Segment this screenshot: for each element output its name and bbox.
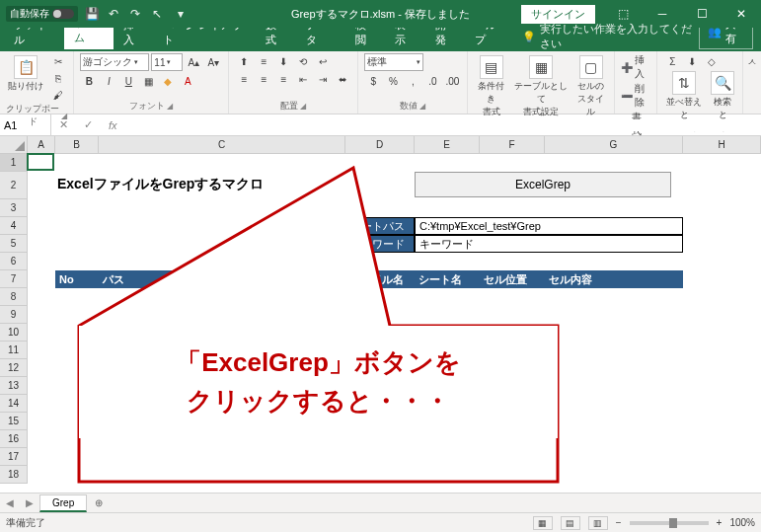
autosave-label: 自動保存 <box>10 7 49 21</box>
merge-icon[interactable]: ⬌ <box>334 71 351 87</box>
close-icon[interactable]: ✕ <box>722 0 761 28</box>
insert-cells-button[interactable]: ➕挿入 <box>621 53 650 81</box>
page-break-icon[interactable]: ▥ <box>588 516 608 530</box>
row-header[interactable]: 12 <box>0 359 28 377</box>
cancel-icon[interactable]: ✕ <box>51 118 76 131</box>
excelgrep-button[interactable]: ExcelGrep <box>415 172 671 197</box>
row-header[interactable]: 18 <box>0 466 28 484</box>
fill-icon[interactable]: ⬇ <box>683 53 701 69</box>
autosum-icon[interactable]: Σ <box>663 53 681 69</box>
row-header[interactable]: 3 <box>0 199 28 217</box>
percent-icon[interactable]: % <box>384 73 402 89</box>
fill-color-icon[interactable]: ◆ <box>159 73 177 89</box>
align-center-icon[interactable]: ≡ <box>255 71 272 87</box>
row-header[interactable]: 15 <box>0 413 28 430</box>
row-header[interactable]: 9 <box>0 306 28 324</box>
inc-decimal-icon[interactable]: .0 <box>423 73 441 89</box>
row-header[interactable]: 1 <box>0 154 28 172</box>
normal-view-icon[interactable]: ▦ <box>533 516 553 530</box>
autosave-toggle[interactable]: 自動保存 <box>6 6 78 22</box>
param-value-rootpath[interactable]: C:¥tmp¥Excel_test¥Grep <box>415 217 683 235</box>
row-header[interactable]: 7 <box>0 270 28 288</box>
font-size-select[interactable]: 11▾ <box>151 53 183 71</box>
save-icon[interactable]: 💾 <box>84 6 100 22</box>
sheet-nav-prev-icon[interactable]: ◀ <box>0 497 20 508</box>
orientation-icon[interactable]: ⟲ <box>294 53 312 69</box>
cursor-icon[interactable]: ↖ <box>149 6 165 22</box>
font-color-icon[interactable]: A <box>179 73 196 89</box>
bold-icon[interactable]: B <box>80 73 98 89</box>
sheet-tab-grep[interactable]: Grep <box>39 494 87 512</box>
cell-styles-button[interactable]: ▢セルの スタイル <box>573 53 608 120</box>
row-header[interactable]: 14 <box>0 395 28 413</box>
zoom-out-icon[interactable]: − <box>616 517 622 528</box>
comma-icon[interactable]: , <box>404 73 421 89</box>
dialog-launcher-icon[interactable]: ◢ <box>167 102 173 111</box>
align-top-icon[interactable]: ⬆ <box>235 53 253 69</box>
clear-icon[interactable]: ◇ <box>703 53 721 69</box>
row-header[interactable]: 5 <box>0 235 28 253</box>
cut-icon[interactable]: ✂ <box>49 53 67 69</box>
col-header[interactable]: F <box>480 136 545 154</box>
enter-icon[interactable]: ✓ <box>76 118 101 131</box>
tell-me[interactable]: 💡 実行したい作業を入力してください <box>522 22 699 51</box>
row-header[interactable]: 13 <box>0 377 28 395</box>
row-header[interactable]: 16 <box>0 430 28 448</box>
copy-icon[interactable]: ⎘ <box>49 70 67 86</box>
page-layout-icon[interactable]: ▤ <box>561 516 580 530</box>
shrink-font-icon[interactable]: A▾ <box>204 54 222 70</box>
delete-cells-button[interactable]: ➖削除 <box>621 82 650 110</box>
name-box[interactable]: A1 <box>0 114 51 135</box>
col-header[interactable]: H <box>683 136 761 154</box>
fx-icon[interactable]: fx <box>101 119 125 131</box>
col-header[interactable]: C <box>99 136 345 154</box>
align-bottom-icon[interactable]: ⬇ <box>274 53 292 69</box>
col-header[interactable]: D <box>345 136 415 154</box>
qat-dropdown-icon[interactable]: ▾ <box>173 6 189 22</box>
align-right-icon[interactable]: ≡ <box>274 71 292 87</box>
align-middle-icon[interactable]: ≡ <box>255 53 272 69</box>
currency-icon[interactable]: $ <box>364 73 382 89</box>
indent-inc-icon[interactable]: ⇥ <box>314 71 332 87</box>
row-header[interactable]: 8 <box>0 288 28 306</box>
row-header[interactable]: 10 <box>0 324 28 342</box>
format-painter-icon[interactable]: 🖌 <box>49 87 67 103</box>
zoom-value[interactable]: 100% <box>729 517 755 528</box>
border-icon[interactable]: ▦ <box>139 73 157 89</box>
align-left-icon[interactable]: ≡ <box>235 71 253 87</box>
row-header[interactable]: 2 <box>0 172 28 199</box>
redo-icon[interactable]: ↷ <box>127 6 143 22</box>
zoom-in-icon[interactable]: + <box>717 517 723 528</box>
active-cell[interactable] <box>27 153 54 171</box>
col-header[interactable]: B <box>55 136 99 154</box>
conditional-format-button[interactable]: ▤条件付き 書式 <box>474 53 508 120</box>
row-header[interactable]: 11 <box>0 342 28 359</box>
collapse-ribbon-icon[interactable]: ㅅ <box>743 51 761 114</box>
dialog-launcher-icon[interactable]: ◢ <box>300 102 306 111</box>
signin-button[interactable]: サインイン <box>521 5 595 24</box>
undo-icon[interactable]: ↶ <box>106 6 121 22</box>
row-header[interactable]: 6 <box>0 253 28 270</box>
add-sheet-icon[interactable]: ⊕ <box>87 497 111 508</box>
format-as-table-button[interactable]: ▦テーブルとして 書式設定 <box>512 53 570 120</box>
row-header[interactable]: 17 <box>0 448 28 466</box>
col-header[interactable]: E <box>415 136 480 154</box>
font-name-select[interactable]: 游ゴシック▾ <box>80 53 149 71</box>
formula-input[interactable] <box>125 119 761 131</box>
col-header[interactable]: G <box>545 136 683 154</box>
dialog-launcher-icon[interactable]: ◢ <box>419 102 425 111</box>
underline-icon[interactable]: U <box>119 73 137 89</box>
indent-dec-icon[interactable]: ⇤ <box>294 71 312 87</box>
number-format-select[interactable]: 標準▾ <box>364 53 423 71</box>
italic-icon[interactable]: I <box>100 73 117 89</box>
paste-button[interactable]: 📋 貼り付け <box>6 53 45 95</box>
param-value-keyword[interactable]: キーワード <box>415 235 683 253</box>
sheet-nav-next-icon[interactable]: ▶ <box>20 497 39 508</box>
grow-font-icon[interactable]: A▴ <box>185 54 202 70</box>
row-header[interactable]: 4 <box>0 217 28 235</box>
zoom-slider[interactable] <box>630 521 709 525</box>
select-all-button[interactable] <box>0 136 28 154</box>
dec-decimal-icon[interactable]: .00 <box>443 73 461 89</box>
wrap-text-icon[interactable]: ↩ <box>314 53 332 69</box>
col-header[interactable]: A <box>28 136 55 154</box>
